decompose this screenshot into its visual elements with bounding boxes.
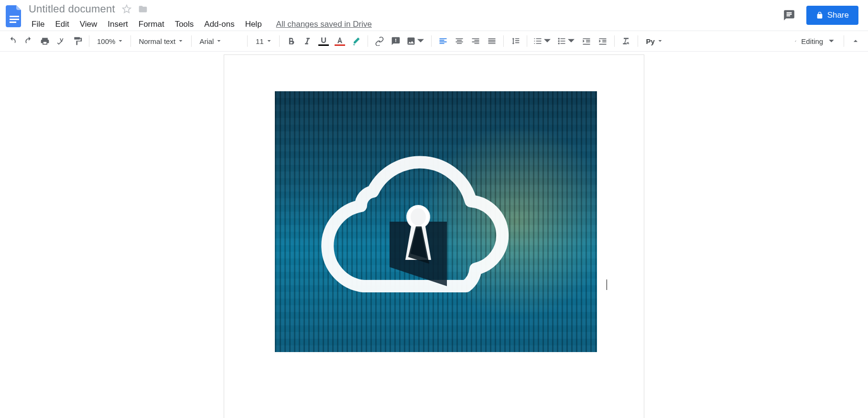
document-title[interactable]: Untitled document [27,3,115,15]
editing-mode-select[interactable]: Editing [790,33,840,49]
docs-logo[interactable] [4,3,25,30]
paragraph-style-value: Normal text [139,37,175,45]
svg-rect-2 [10,21,16,23]
menu-file[interactable]: File [27,18,49,31]
toolbar-separator [247,35,248,47]
redo-button[interactable] [21,33,36,49]
menu-bar: File Edit View Insert Format Tools Add-o… [27,17,780,32]
bulleted-list-button[interactable] [555,33,578,49]
document-canvas[interactable] [0,52,868,418]
toolbar-separator [89,35,89,47]
svg-rect-1 [10,19,19,20]
menu-format[interactable]: Format [134,18,169,31]
highlight-color-button[interactable] [348,33,364,49]
zoom-select[interactable]: 100% [93,33,127,49]
toolbar-separator [844,35,844,47]
addon-button[interactable]: Py [642,33,666,49]
share-button[interactable]: Share [806,6,858,25]
align-left-button[interactable] [435,33,451,49]
toolbar-separator [130,35,131,47]
menu-view[interactable]: View [75,18,102,31]
caret-down-icon [179,40,183,43]
caret-down-icon [217,40,221,43]
line-spacing-button[interactable] [508,33,523,49]
caret-down-icon [119,40,122,43]
title-block: Untitled document File Edit View Insert … [25,3,780,32]
menu-addons[interactable]: Add-ons [199,18,239,31]
toolbar-separator [638,35,638,47]
star-icon[interactable] [122,4,131,14]
drive-save-status[interactable]: All changes saved in Drive [273,18,375,31]
caret-down-icon [544,38,551,44]
insert-image-button[interactable] [404,33,427,49]
toolbar-separator [368,35,368,47]
insert-comment-button[interactable] [388,33,403,49]
insert-link-button[interactable] [372,33,387,49]
pencil-icon [795,37,796,45]
header: Untitled document File Edit View Insert … [0,0,868,31]
caret-down-icon [267,40,271,43]
caret-down-icon [568,38,575,44]
inserted-image[interactable] [275,91,597,352]
menu-edit[interactable]: Edit [50,18,74,31]
cloud-lock-icon [318,143,509,305]
print-button[interactable] [37,33,53,49]
menu-help[interactable]: Help [240,18,267,31]
addon-label: Py [646,37,654,45]
svg-rect-0 [10,16,19,17]
svg-point-5 [558,43,560,44]
clear-formatting-button[interactable] [618,33,634,49]
toolbar-separator [191,35,192,47]
align-center-button[interactable] [452,33,467,49]
decrease-indent-button[interactable] [579,33,594,49]
align-justify-button[interactable] [484,33,499,49]
paint-format-button[interactable] [70,33,85,49]
font-size-select[interactable]: 11 [251,33,275,49]
font-size-value: 11 [256,37,264,45]
svg-point-3 [558,38,560,39]
font-family-select[interactable]: Arial [195,33,243,49]
italic-button[interactable] [300,33,315,49]
toolbar-separator [431,35,432,47]
toolbar: 100% Normal text Arial 11 Py Ed [0,31,868,52]
folder-icon[interactable] [138,4,148,14]
increase-indent-button[interactable] [595,33,610,49]
paragraph-style-select[interactable]: Normal text [135,33,187,49]
text-color-button[interactable] [332,33,347,49]
caret-down-icon [417,38,424,44]
comments-button[interactable] [780,6,799,25]
undo-button[interactable] [5,33,20,49]
svg-point-4 [558,40,560,42]
toolbar-separator [503,35,504,47]
align-right-button[interactable] [468,33,483,49]
font-family-value: Arial [199,37,214,45]
menu-insert[interactable]: Insert [103,18,133,31]
toolbar-separator [614,35,615,47]
collapse-toolbar-button[interactable] [848,33,863,49]
svg-point-8 [408,205,429,228]
numbered-list-button[interactable] [531,33,554,49]
document-page[interactable] [224,54,644,418]
caret-down-icon [658,40,662,43]
menu-tools[interactable]: Tools [170,18,199,31]
lock-icon [816,11,824,19]
spellcheck-button[interactable] [54,33,69,49]
zoom-value: 100% [97,37,115,45]
underline-button[interactable] [316,33,331,49]
bold-button[interactable] [283,33,299,49]
toolbar-separator [527,35,527,47]
share-button-label: Share [827,11,849,20]
text-caret [607,279,607,290]
caret-down-icon [829,39,834,43]
toolbar-separator [279,35,280,47]
editing-mode-label: Editing [801,37,823,45]
